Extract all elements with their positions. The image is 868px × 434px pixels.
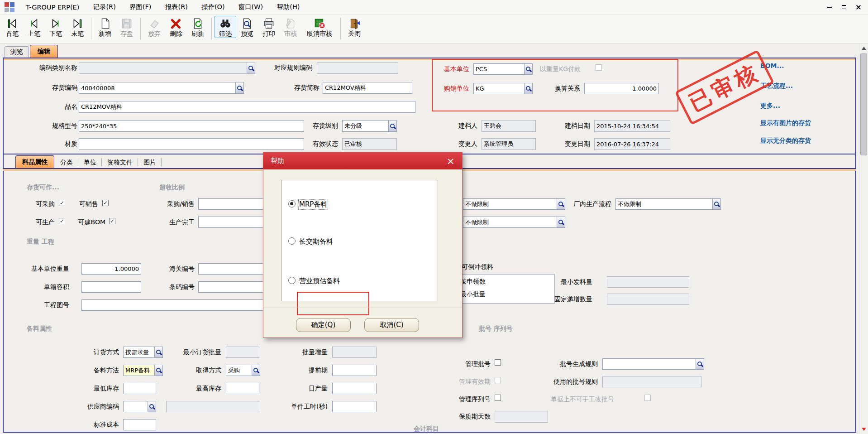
lead-time-field[interactable] [332,365,377,376]
pay-by-kg-checkbox[interactable] [596,64,602,71]
item-code-field[interactable]: 400400008 [79,82,244,94]
menu-item-interface[interactable]: 界面(F) [123,0,158,14]
lookup-icon[interactable] [712,198,721,210]
base-weight-field[interactable]: 1.00000 [81,263,141,275]
no-manual-batch-checkbox[interactable] [644,395,651,401]
base-unit-field[interactable]: PCS [473,63,533,75]
tab-images[interactable]: 图片 [140,157,159,168]
factory-flow-field[interactable]: 不做限制 [615,198,721,210]
min-stock-field[interactable] [123,383,156,394]
acquire-mode-field[interactable]: 采购 [226,365,260,376]
menu-item-help[interactable]: 帮助(H) [270,0,306,14]
spec-field[interactable]: 250*240*35 [79,120,304,132]
material-field[interactable] [79,138,304,150]
close-button[interactable]: 关闭 [343,16,365,38]
option-label-mrp[interactable]: MRP备料 [299,200,327,209]
purchasable-checkbox[interactable] [59,200,65,206]
lookup-icon[interactable] [524,83,533,94]
lookup-icon[interactable] [388,120,397,132]
tab-item-attributes[interactable]: 料品属性 [15,155,54,168]
scroll-up-icon[interactable] [859,44,868,53]
manage-batch-checkbox[interactable] [495,359,501,366]
item-name-field[interactable]: CR12MOV精料 [79,101,415,113]
manage-serial-checkbox[interactable] [495,395,501,401]
audit-button[interactable]: 审核 [280,16,301,38]
option-radio-mrp[interactable] [288,200,296,207]
item-level-field[interactable]: 未分级 [342,120,397,132]
next-record-button[interactable]: 下笔 [45,16,67,38]
menu-item-operation[interactable]: 操作(O) [195,0,232,14]
code-category-field[interactable] [79,62,255,74]
batch-rule-field[interactable] [602,358,704,370]
daily-output-field[interactable] [332,383,377,394]
print-button[interactable]: 打印 [258,16,280,38]
first-record-button[interactable]: 首笔 [1,16,23,38]
restriction-field-1[interactable]: 不做限制 [463,198,565,210]
lookup-icon[interactable] [235,82,244,94]
item-abbr-field[interactable]: CR12MOV精料 [323,82,412,94]
can-bom-checkbox[interactable] [109,218,115,224]
prep-method-field[interactable]: MRP备料 [123,365,163,376]
maximize-icon[interactable] [841,5,847,10]
dialog-close-icon[interactable]: × [447,156,455,166]
option-label-long-leadtime[interactable]: 长交期备料 [299,237,333,246]
restriction-field-2[interactable]: 不做限制 [463,217,565,228]
filter-button[interactable]: 筛选 [215,16,236,38]
dialog-cancel-button[interactable]: 取消(C) [364,318,419,332]
prev-record-button[interactable]: 上笔 [23,16,45,38]
lookup-icon[interactable] [524,63,533,75]
shelf-days-field[interactable] [495,411,548,423]
lookup-icon[interactable] [252,365,260,376]
dialog-ok-button[interactable]: 确定(Q) [296,318,351,332]
tab-browse[interactable]: 浏览 [5,46,29,58]
tab-category[interactable]: 分类 [57,157,76,168]
new-button[interactable]: 新增 [94,16,116,38]
minimize-icon[interactable] [826,5,833,10]
tab-qualification-files[interactable]: 资格文件 [104,157,136,168]
discard-button[interactable]: 放弃 [143,16,165,38]
rule-code-field[interactable] [317,62,398,74]
std-cost-field[interactable] [123,419,156,430]
lookup-icon[interactable] [154,365,163,376]
box-volume-field[interactable] [81,281,141,293]
trade-unit-field[interactable]: KG [473,83,533,94]
lookup-icon[interactable] [148,401,156,412]
producible-checkbox[interactable] [59,218,65,224]
menu-item-record[interactable]: 记录(R) [86,0,122,14]
option-label-sales-forecast[interactable]: 营业预估备料 [299,277,340,285]
scroll-down-icon[interactable] [859,425,868,434]
menu-item-window[interactable]: 窗口(W) [232,0,270,14]
lookup-icon[interactable] [557,198,565,210]
lookup-icon[interactable] [154,347,163,358]
manage-validity-checkbox[interactable] [495,377,501,383]
last-record-button[interactable]: 末笔 [67,16,88,38]
vertical-scrollbar[interactable] [859,43,868,434]
max-stock-field[interactable] [226,383,259,394]
unit-hours-field[interactable] [332,401,377,412]
tab-unit[interactable]: 单位 [81,157,100,168]
option-radio-long-leadtime[interactable] [288,237,296,245]
delete-button[interactable]: 删除 [165,16,187,38]
scrollbar-thumb[interactable] [860,53,867,155]
link-show-with-images[interactable]: 显示有图片的存货 [760,119,811,127]
order-mode-field[interactable]: 按需求量 [123,347,163,358]
lookup-icon[interactable] [696,358,704,370]
refresh-button[interactable]: 刷新 [187,16,209,38]
help-dialog-titlebar[interactable]: 帮助 × [263,153,462,169]
sellable-checkbox[interactable] [102,200,109,206]
preview-button[interactable]: 预览 [236,16,258,38]
supplier-code-field[interactable] [123,401,156,412]
close-window-icon[interactable] [855,5,862,10]
menu-item-app[interactable]: T-GROUP ERP(E) [19,0,86,14]
cancel-audit-button[interactable]: 取消审核 [301,16,338,38]
lookup-icon[interactable] [557,217,565,228]
link-bom[interactable]: BOM... [760,62,784,69]
save-button[interactable]: 存盘 [116,16,138,38]
link-process-flow[interactable]: 工艺流程... [760,82,793,90]
tab-edit[interactable]: 编辑 [30,45,58,58]
menu-item-report[interactable]: 报表(R) [158,0,194,14]
link-show-unclassified[interactable]: 显示无分类的存货 [760,137,811,145]
option-radio-sales-forecast[interactable] [288,277,296,284]
link-more[interactable]: 更多... [760,102,780,110]
conversion-field[interactable]: 1.00000 [584,83,659,94]
